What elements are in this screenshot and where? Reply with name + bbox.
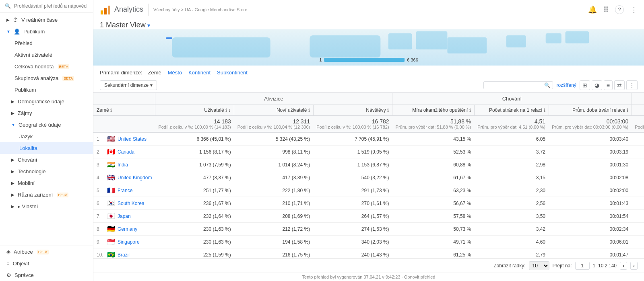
sidebar-item-zajmy[interactable]: ▶ Zájmy (0, 107, 93, 119)
cell-navstevy-2: 1 153 (6,87 %) (313, 158, 392, 171)
cell-navstevy-7: 274 (1,63 %) (313, 223, 392, 236)
help-icon-str: ℹ (544, 108, 545, 113)
page-input[interactable] (575, 262, 590, 270)
app-logo: Analytics (100, 4, 143, 15)
sidebar-item-geograficke[interactable]: ▼ Geografické údaje (0, 119, 93, 131)
col-header-stranky[interactable]: Počet stránek na 1 relaci ℹ (474, 105, 549, 116)
sidebar-item-technologie[interactable]: ▶ Technologie (0, 166, 93, 177)
sidebar-item-mobilni[interactable]: ▶ Mobilní (0, 177, 93, 189)
cell-mira-0: 43,15 % (392, 132, 475, 146)
flag-icon: 🇰🇷 (107, 199, 115, 207)
sidebar-label-spravce: Správce (14, 272, 34, 278)
expand-icon: ▶ (6, 18, 10, 22)
sidebar-item-aktivni[interactable]: Aktivní uživatelé (0, 49, 93, 61)
chevron-down-icon: ▾ (150, 82, 153, 88)
bar-view-btn[interactable]: ≡ (604, 80, 613, 90)
col-header-trvani[interactable]: Prům. doba trvání relace ℹ (549, 105, 632, 116)
sidebar-item-skupinova[interactable]: Skupinová analýza BETA (0, 72, 93, 84)
country-link-9[interactable]: Brazil (118, 252, 130, 258)
sidebar-label-aktivni: Aktivní uživatelé (14, 52, 52, 58)
country-link-8[interactable]: Singapore (118, 239, 140, 245)
cell-stranky-2: 2,98 (474, 158, 549, 171)
country-link-3[interactable]: United Kingdom (118, 175, 152, 180)
tab-mesto[interactable]: Město (165, 69, 184, 76)
sidebar-item-publikum2[interactable]: Publikum (0, 84, 93, 96)
country-link-4[interactable]: France (118, 188, 132, 193)
table-row: 10. 🇧🇷 Brazil 225 (1,59 %) 216 (1,75 %) … (93, 248, 644, 259)
search-submit-icon[interactable]: 🔍 (544, 82, 550, 88)
sidebar-item-atribuce[interactable]: ◈ Atribuce BETA (0, 246, 93, 258)
cell-novi-3: 417 (3,39 %) (234, 171, 313, 184)
row-num: 4. (97, 175, 105, 180)
toolbar: Sekundární dimenze ▾ 🔍 rozšířený ⊞ ◕ ≡ ⇄… (93, 78, 644, 92)
cell-transakce-9: 0 (0,00 %) (632, 248, 644, 259)
us-highlight (166, 37, 172, 39)
sort-icon-u[interactable]: ↓ (228, 107, 231, 113)
more-options-btn[interactable]: ⋮ (626, 80, 638, 90)
cell-trvani-1: 00:03:19 (549, 146, 632, 158)
sidebar-item-ruzna[interactable]: ▶ Různá zařízení BETA (0, 189, 93, 201)
search-box[interactable]: 🔍 (483, 81, 553, 89)
pie-view-btn[interactable]: ◕ (592, 80, 602, 90)
sidebar-item-prehled[interactable]: Přehled (0, 37, 93, 49)
secondary-dim-button[interactable]: Sekundární dimenze ▾ (100, 80, 157, 90)
col-header-transakce[interactable]: Transakce ℹ (632, 105, 644, 116)
tab-kontinent[interactable]: Kontinent (186, 69, 213, 76)
rows-per-page-select[interactable]: 10 25 50 100 (529, 261, 549, 270)
bell-icon[interactable]: 🔔 (588, 5, 597, 14)
tab-zeme[interactable]: Země (145, 69, 163, 76)
search-bar[interactable]: 🔍 (0, 0, 93, 12)
table-search-input[interactable] (486, 82, 543, 88)
flag-icon: 🇺🇸 (107, 135, 115, 143)
country-link-0[interactable]: United States (118, 136, 147, 142)
view-selector[interactable]: 1 Master View ▾ (100, 21, 150, 29)
help-icon-country[interactable]: ℹ (110, 108, 112, 113)
grid-icon[interactable]: ⠿ (603, 5, 609, 14)
sidebar-item-realtime[interactable]: ▶ ⏱ V reálném čase (0, 14, 93, 26)
cell-mira-2: 60,88 % (392, 158, 475, 171)
search-input[interactable] (14, 3, 88, 9)
sidebar-label-jazyk: Jazyk (19, 133, 33, 139)
sidebar-item-lokalita[interactable]: Lokalita (0, 142, 93, 154)
more-icon[interactable]: ⋮ (630, 5, 638, 14)
sidebar-item-objevit[interactable]: ○ Objevit (0, 258, 93, 269)
sidebar-item-jazyk[interactable]: Jazyk (0, 131, 93, 142)
country-link-5[interactable]: South Korea (118, 201, 144, 206)
breadcrumb-top: Všechny účty > UA - Google Merchandise S… (153, 7, 247, 12)
col-header-mira[interactable]: Míra okamžitého opuštění ℹ (392, 105, 475, 116)
country-link-1[interactable]: Canada (118, 149, 134, 155)
cell-uzivatele-9: 225 (1,59 %) (155, 248, 234, 259)
cell-mira-9: 61,25 % (392, 248, 475, 259)
sidebar-item-vlastni[interactable]: ▶ ▸ Vlastní (0, 201, 93, 212)
col-header-country: Země ℹ (93, 105, 155, 116)
col-header-uzivatele[interactable]: Uživatelé ℹ ↓ (155, 105, 234, 116)
summary-novi: 12 311 Podíl z celku v %: 100,04 % (12 3… (234, 116, 313, 133)
col-group-akvizice: Akvizice (155, 93, 392, 105)
country-link-7[interactable]: Germany (118, 226, 137, 232)
col-header-novi[interactable]: Noví uživatelé ℹ (234, 105, 313, 116)
table-view-btn[interactable]: ⊞ (580, 80, 590, 90)
sidebar-item-celkova[interactable]: Celková hodnota BETA (0, 61, 93, 72)
page-range: 1–10 z 140 (593, 263, 617, 269)
sidebar-label-publikum: Publikum (23, 29, 45, 35)
cell-mira-5: 56,67 % (392, 197, 475, 210)
advanced-link[interactable]: rozšířený (556, 82, 576, 88)
sidebar-item-chovani[interactable]: ▶ Chování (0, 154, 93, 166)
cell-navstevy-8: 340 (2,03 %) (313, 236, 392, 248)
country-link-2[interactable]: India (118, 162, 128, 168)
col-header-navstevy[interactable]: Návštěvy ℹ (313, 105, 392, 116)
sidebar-item-spravce[interactable]: ⚙ Správce (0, 269, 93, 281)
cell-transakce-4: 0 (0,00 %) (632, 184, 644, 197)
cell-novi-4: 222 (1,80 %) (234, 184, 313, 197)
help-icon[interactable]: ? (615, 5, 624, 14)
country-link-6[interactable]: Japan (118, 213, 131, 219)
map-bar-end: 6 366 (407, 57, 418, 62)
sidebar-item-publikum[interactable]: ▼ 👤 Publikum (0, 26, 93, 37)
sidebar-item-demograficke[interactable]: ▶ Demografické údaje (0, 96, 93, 107)
compare-btn[interactable]: ⇄ (614, 80, 625, 90)
cell-stranky-8: 4,60 (474, 236, 549, 248)
prev-page-btn[interactable]: ‹ (620, 262, 627, 270)
tab-subkontinent[interactable]: Subkontinent (215, 69, 250, 76)
sidebar-label-tech: Technologie (18, 168, 45, 174)
next-page-btn[interactable]: › (630, 262, 638, 270)
